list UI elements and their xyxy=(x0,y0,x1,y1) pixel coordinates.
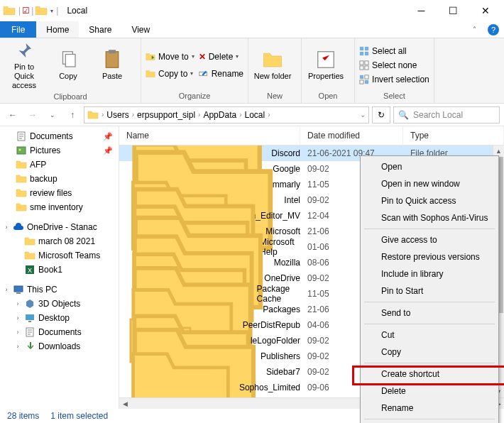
chevron-right-icon[interactable]: › xyxy=(239,111,241,119)
context-menu-cut[interactable]: Cut xyxy=(363,326,496,344)
scroll-left-icon[interactable]: ◀ xyxy=(119,398,131,409)
sidebar-item-microsoft-teams[interactable]: Microsoft Teams xyxy=(0,248,119,263)
folder-icon xyxy=(16,187,27,199)
chevron-right-icon[interactable]: › xyxy=(268,111,270,119)
crumb-users[interactable]: Users xyxy=(106,110,128,120)
breadcrumb[interactable]: › Users › erpsupport_sipl › AppData › Lo… xyxy=(84,106,369,123)
select-none-button[interactable]: Select none xyxy=(359,60,429,70)
help-button[interactable]: ? xyxy=(483,21,504,38)
copy-to-button[interactable]: Copy to▾ xyxy=(146,69,195,79)
column-header-name[interactable]: Name xyxy=(119,126,300,145)
context-menu-copy[interactable]: Copy xyxy=(363,344,496,361)
crumb-local[interactable]: Local xyxy=(244,110,265,120)
rename-icon xyxy=(199,69,209,79)
context-menu-delete[interactable]: Delete xyxy=(363,383,496,400)
invert-selection-button[interactable]: Invert selection xyxy=(359,75,429,84)
chevron-right-icon[interactable]: › xyxy=(102,111,104,119)
svg-rect-3 xyxy=(109,50,116,53)
copy-button[interactable]: Copy xyxy=(48,49,88,81)
chevron-right-icon[interactable]: › xyxy=(14,329,21,336)
sidebar-item-march-08-2021[interactable]: march 08 2021 xyxy=(0,234,119,248)
sidebar-item-desktop[interactable]: ›Desktop xyxy=(0,311,119,325)
sidebar-item-sme-inventory[interactable]: sme inventory xyxy=(0,200,119,214)
maximize-button[interactable]: ☐ xyxy=(437,0,469,21)
context-menu-create-shortcut[interactable]: Create shortcut xyxy=(363,366,496,383)
svg-rect-12 xyxy=(318,52,334,68)
downloads-icon xyxy=(24,341,35,352)
sidebar-item-thispc[interactable]: › This PC xyxy=(0,282,119,297)
close-button[interactable]: ✕ xyxy=(469,0,501,21)
excel-icon: X xyxy=(24,264,35,275)
ribbon: Pin to Quick access Copy Paste Clipboard… xyxy=(0,38,504,104)
forward-button[interactable]: → xyxy=(24,106,41,123)
select-all-button[interactable]: Select all xyxy=(359,46,429,56)
pin-icon: 📌 xyxy=(103,146,113,155)
window-title: Local xyxy=(67,6,87,16)
file-menu[interactable]: File xyxy=(0,21,36,38)
sidebar-item-backup[interactable]: backup xyxy=(0,172,119,186)
crumb-appdata[interactable]: AppData xyxy=(203,110,236,120)
sidebar-item-afp[interactable]: AFP xyxy=(0,158,119,172)
chevron-right-icon[interactable]: › xyxy=(3,224,10,231)
ribbon-group-organize: Move to▾ Copy to▾ ✕Delete▾ Rename Organi… xyxy=(141,38,248,103)
sidebar-item-documents[interactable]: ›Documents xyxy=(0,325,119,339)
sidebar-item-book1[interactable]: XBook1 xyxy=(0,263,119,277)
select-none-icon xyxy=(359,60,369,70)
rename-button[interactable]: Rename xyxy=(199,69,243,79)
delete-dropdown-button[interactable]: ✕Delete▾ xyxy=(199,52,243,62)
context-menu-rename[interactable]: Rename xyxy=(363,400,496,417)
context-menu-restore-previous-versions[interactable]: Restore previous versions xyxy=(363,248,496,265)
ribbon-collapse-icon[interactable]: ˄ xyxy=(466,21,483,38)
new-folder-button[interactable]: New folder xyxy=(253,49,292,81)
search-input[interactable]: 🔍 Search Local xyxy=(393,106,500,123)
minimize-button[interactable]: ─ xyxy=(405,0,437,21)
svg-rect-24 xyxy=(365,75,368,78)
svg-rect-18 xyxy=(360,60,363,64)
context-menu: OpenOpen in new windowPin to Quick acces… xyxy=(360,155,499,423)
up-button[interactable]: ↑ xyxy=(64,106,81,123)
chevron-right-icon[interactable]: › xyxy=(132,111,134,119)
sidebar-item-documents[interactable]: Documents📌 xyxy=(0,129,119,143)
context-menu-scan-with-sophos-anti-virus[interactable]: Scan with Sophos Anti-Virus xyxy=(363,209,496,226)
paste-button[interactable]: Paste xyxy=(92,49,132,81)
properties-button[interactable]: Properties xyxy=(306,49,346,81)
context-menu-give-access-to[interactable]: Give access to xyxy=(363,231,496,248)
column-header-type[interactable]: Type xyxy=(403,126,504,145)
column-header-date[interactable]: Date modified xyxy=(300,126,403,145)
qa-dropdown-icon[interactable]: ▾ xyxy=(50,8,53,14)
sidebar-item-3d-objects[interactable]: ›3D Objects xyxy=(0,297,119,311)
tab-view[interactable]: View xyxy=(121,21,160,38)
recent-locations-button[interactable]: ⌄ xyxy=(44,106,61,123)
context-menu-open-in-new-window[interactable]: Open in new window xyxy=(363,175,496,192)
sidebar-item-review-files[interactable]: review files xyxy=(0,186,119,200)
svg-rect-22 xyxy=(360,75,363,78)
navigation-pane[interactable]: Documents📌Pictures📌AFPbackupreview files… xyxy=(0,126,119,409)
chevron-right-icon[interactable]: › xyxy=(198,111,200,119)
context-menu-separator xyxy=(364,302,495,302)
context-menu-pin-to-quick-access[interactable]: Pin to Quick access xyxy=(363,192,496,209)
new-folder-label: New folder xyxy=(254,72,292,81)
search-placeholder: Search Local xyxy=(413,110,463,120)
context-menu-send-to[interactable]: Send to xyxy=(363,304,496,322)
sidebar-item-downloads[interactable]: ›Downloads xyxy=(0,339,119,353)
chevron-right-icon[interactable]: › xyxy=(3,286,10,293)
context-menu-include-in-library[interactable]: Include in library xyxy=(363,265,496,282)
back-button[interactable]: ← xyxy=(4,106,21,123)
tab-home[interactable]: Home xyxy=(36,21,79,38)
move-to-button[interactable]: Move to▾ xyxy=(146,52,195,62)
delete-x-icon: ✕ xyxy=(199,52,206,62)
select-group-label: Select xyxy=(383,90,405,103)
chevron-right-icon[interactable]: › xyxy=(14,314,21,322)
qa-checked-icon[interactable]: ☑ xyxy=(22,6,30,16)
chevron-down-icon[interactable]: ⌄ xyxy=(360,111,366,119)
chevron-right-icon[interactable]: › xyxy=(14,343,21,350)
context-menu-open[interactable]: Open xyxy=(363,158,496,175)
chevron-right-icon[interactable]: › xyxy=(14,300,21,307)
sidebar-item-onedrive[interactable]: › OneDrive - Stanac xyxy=(0,220,119,234)
crumb-erpsupport[interactable]: erpsupport_sipl xyxy=(137,110,195,120)
refresh-button[interactable]: ↻ xyxy=(372,106,390,123)
tab-share[interactable]: Share xyxy=(79,21,121,38)
sidebar-item-pictures[interactable]: Pictures📌 xyxy=(0,143,119,158)
pin-to-quick-access-button[interactable]: Pin to Quick access xyxy=(4,40,44,91)
context-menu-pin-to-start[interactable]: Pin to Start xyxy=(363,282,496,300)
